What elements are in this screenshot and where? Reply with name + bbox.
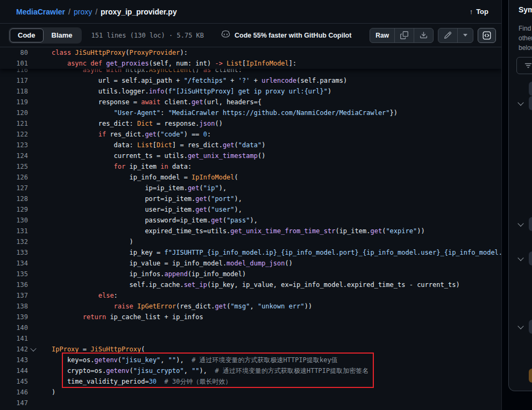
raw-button[interactable]: Raw xyxy=(370,28,394,42)
line-number[interactable]: 135 xyxy=(0,270,28,278)
edit-dropdown-button[interactable] xyxy=(457,28,473,42)
symbol-item[interactable] xyxy=(529,82,532,96)
code-line: 146) xyxy=(0,387,501,398)
symbols-pane-toggle-button[interactable] xyxy=(478,28,496,43)
code-text: class JiSuHttpProxy(ProxyProvider): xyxy=(39,47,188,58)
line-number[interactable]: 128 xyxy=(0,195,28,203)
symbol-item[interactable] xyxy=(529,320,532,334)
line-number[interactable]: 121 xyxy=(0,120,28,127)
code-text: response = await client.get(url, headers… xyxy=(39,97,261,107)
code-text: current_ts = utils.get_unix_timestamp() xyxy=(39,150,265,161)
line-number[interactable]: 101 xyxy=(0,60,28,67)
line-number[interactable]: 118 xyxy=(0,88,28,95)
code-line: 132 ) xyxy=(0,236,501,247)
code-line: 117 url = self.api_path + "/fetchips" + … xyxy=(0,75,501,86)
code-line: 101 async def get_proxies(self, num: int… xyxy=(0,58,501,69)
top-button-label: Top xyxy=(476,8,488,16)
line-number[interactable]: 137 xyxy=(0,292,28,299)
symbols-filter-input[interactable] xyxy=(516,57,532,74)
code-text: raise IpGetError(res_dict.get("msg", "un… xyxy=(39,301,312,312)
line-number[interactable]: 136 xyxy=(0,281,28,289)
breadcrumb-folder-link[interactable]: proxy xyxy=(74,8,92,16)
copilot-banner: Code 55% faster with GitHub Copilot xyxy=(221,30,351,41)
code-line: 133 ip_key = f"JISUHTTP_{ip_info_model.i… xyxy=(0,247,501,258)
line-number[interactable]: 120 xyxy=(0,109,28,117)
symbols-panel-title: Symbols xyxy=(519,5,532,14)
line-number[interactable]: 131 xyxy=(0,227,28,235)
line-number[interactable]: 80 xyxy=(0,49,28,56)
code-line: 136 self.ip_cache.set_ip(ip_key, ip_valu… xyxy=(0,279,501,290)
code-text: res_dict: Dict = response.json() xyxy=(39,118,223,129)
line-number[interactable]: 130 xyxy=(0,217,28,224)
line-number[interactable]: 129 xyxy=(0,206,28,213)
edit-pencil-button[interactable] xyxy=(438,28,457,42)
code-line: 128 port=ip_item.get("port"), xyxy=(0,193,501,204)
code-line: 135 ip_infos.append(ip_info_model) xyxy=(0,269,501,279)
breadcrumb-separator: / xyxy=(95,8,97,16)
line-number[interactable]: 122 xyxy=(0,131,28,138)
code-symbol-icon xyxy=(483,31,491,40)
line-number[interactable]: 132 xyxy=(0,238,28,246)
line-number[interactable]: 124 xyxy=(0,152,28,160)
code-text: ip_value = ip_info_model.model_dump_json… xyxy=(39,258,293,269)
symbol-collapse-chevron-icon[interactable] xyxy=(517,99,523,105)
sticky-context-lines: 80class JiSuHttpProxy(ProxyProvider):101… xyxy=(0,47,501,69)
line-number[interactable]: 139 xyxy=(0,313,28,321)
code-text: password=ip_item.get("pass"), xyxy=(39,215,258,226)
scroll-to-top-button[interactable]: ↑ Top xyxy=(470,8,488,16)
line-number[interactable]: 127 xyxy=(0,184,28,192)
line-number[interactable]: 147 xyxy=(0,399,28,407)
code-line: 137 else: xyxy=(0,290,501,301)
line-number[interactable]: 140 xyxy=(0,324,28,332)
code-line: 141 xyxy=(0,333,501,344)
line-number[interactable]: 138 xyxy=(0,303,28,310)
line-number[interactable]: 145 xyxy=(0,378,28,385)
chevron-down-icon xyxy=(463,34,467,37)
line-number[interactable]: 143 xyxy=(0,356,28,364)
line-number[interactable]: 144 xyxy=(0,367,28,375)
line-number[interactable]: 126 xyxy=(0,174,28,181)
symbol-item[interactable] xyxy=(529,96,532,110)
symbol-collapse-chevron-icon[interactable] xyxy=(517,323,523,329)
code-text: ) xyxy=(39,236,133,247)
symbol-item[interactable] xyxy=(529,217,532,231)
code-line: 139 return ip_cache_list + ip_infos xyxy=(0,312,501,322)
symbol-item[interactable] xyxy=(529,251,532,265)
code-line: 120 "User-Agent": "MediaCrawler https://… xyxy=(0,107,501,118)
breadcrumb-repo-link[interactable]: MediaCrawler xyxy=(16,8,65,16)
code-text: return ip_cache_list + ip_infos xyxy=(39,312,203,322)
line-number[interactable]: 142 xyxy=(0,346,28,353)
line-number[interactable]: 119 xyxy=(0,98,28,106)
line-number[interactable]: 141 xyxy=(0,335,28,342)
line-number[interactable]: 134 xyxy=(0,260,28,267)
code-line: 118 utils.logger.info(f"[JiSuHttpProxy] … xyxy=(0,86,501,97)
symbol-collapse-chevron-icon[interactable] xyxy=(517,220,523,226)
code-text: async def get_proxies(self, num: int) ->… xyxy=(39,58,296,69)
code-text: else: xyxy=(39,290,118,301)
code-text: "User-Agent": "MediaCrawler https://gith… xyxy=(39,107,398,118)
code-line: 138 raise IpGetError(res_dict.get("msg",… xyxy=(0,301,501,312)
line-number[interactable]: 146 xyxy=(0,389,28,396)
line-number[interactable]: 123 xyxy=(0,141,28,149)
tab-code[interactable]: Code xyxy=(10,28,44,42)
code-line: 134 ip_value = ip_info_model.model_dump_… xyxy=(0,258,501,269)
line-number[interactable]: 133 xyxy=(0,249,28,256)
code-text: data: List[Dict] = res_dict.get("data") xyxy=(39,140,265,150)
code-line: 147 xyxy=(0,398,501,408)
code-line: 130 password=ip_item.get("pass"), xyxy=(0,215,501,226)
symbol-collapse-chevron-icon[interactable] xyxy=(517,255,523,261)
line-number[interactable]: 125 xyxy=(0,163,28,170)
copy-raw-button[interactable] xyxy=(394,28,414,42)
collapse-chevron-icon[interactable] xyxy=(30,346,36,351)
code-blame-switch: Code Blame xyxy=(9,27,82,44)
download-raw-button[interactable] xyxy=(414,28,433,42)
copilot-banner-text: Code 55% faster with GitHub Copilot xyxy=(235,32,351,39)
code-text: expired_time_ts=utils.get_unix_time_from… xyxy=(39,226,425,236)
breadcrumb-file-name: proxy_ip_provider.py xyxy=(101,8,177,16)
code-text: port=ip_item.get("port"), xyxy=(39,193,242,204)
tab-blame[interactable]: Blame xyxy=(44,28,81,42)
line-number[interactable]: 117 xyxy=(0,77,28,84)
symbol-item[interactable] xyxy=(529,369,532,383)
arrow-up-icon: ↑ xyxy=(470,8,473,16)
code-text: ip_key = f"JISUHTTP_{ip_info_model.ip}_{… xyxy=(39,247,501,258)
